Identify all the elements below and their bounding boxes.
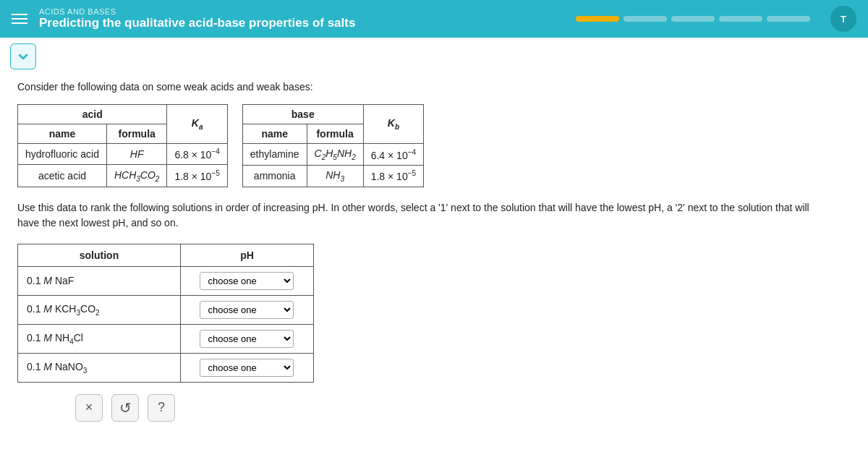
base-name-header: name [242,124,307,144]
title-area: ACIDS AND BASES Predicting the qualitati… [39,7,355,30]
close-icon: × [85,400,93,415]
data-tables: acid Ka name formula hydrofluoric acid H… [17,104,851,187]
reset-icon: ↺ [119,399,132,417]
help-button[interactable]: ? [148,394,175,422]
solution-label-2: 0.1 M KCH3CO2 [18,295,181,324]
ph-select-cell-4: choose one 1 2 3 4 [180,353,313,382]
close-button[interactable]: × [75,394,103,422]
action-bar: × ↺ ? [17,388,851,422]
solution-row-4: 0.1 M NaNO3 choose one 1 2 3 4 [18,353,314,382]
progress-seg-1 [576,16,619,22]
solution-label-3: 0.1 M NH4Cl [18,324,181,353]
subtitle: ACIDS AND BASES [39,7,355,16]
acid-formula-header: formula [106,124,166,144]
ph-select-4[interactable]: choose one 1 2 3 4 [200,359,294,377]
base-kb-2: 1.8 × 10−5 [363,165,423,187]
progress-seg-3 [671,16,715,22]
solution-label-1: 0.1 M NaF [18,266,181,295]
ph-select-2[interactable]: choose one 1 2 3 4 [200,301,294,319]
solution-row-2: 0.1 M KCH3CO2 choose one 1 2 3 4 [18,295,314,324]
base-row-1: ethylamine C2H5NH2 6.4 × 10−4 [242,144,423,166]
ph-select-cell-3: choose one 1 2 3 4 [180,324,313,353]
kb-header: Kb [363,105,423,144]
progress-seg-2 [624,16,667,22]
base-formula-2: NH3 [307,165,363,187]
progress-seg-4 [719,16,762,22]
acid-formula-2: HCH3CO2 [106,165,166,187]
ph-col-header: pH [180,244,313,266]
intro-text: Consider the following data on some weak… [17,81,851,93]
avatar[interactable]: T [830,6,856,32]
solution-label-4: 0.1 M NaNO3 [18,353,181,382]
base-name-1: ethylamine [242,144,307,166]
acid-name-1: hydrofluoric acid [18,144,107,165]
solution-row-1: 0.1 M NaF choose one 1 2 3 4 [18,266,314,295]
acid-name-2: acetic acid [18,165,107,187]
base-name-2: ammonia [242,165,307,187]
progress-area [576,16,810,22]
ph-select-cell-2: choose one 1 2 3 4 [180,295,313,324]
acid-ka-2: 1.8 × 10−5 [167,165,227,187]
progress-seg-5 [767,16,810,22]
acid-name-header: name [18,124,107,144]
ph-select-1[interactable]: choose one 1 2 3 4 [200,272,294,290]
base-section-header: base [242,105,363,124]
main-title: Predicting the qualitative acid-base pro… [39,16,355,30]
chevron-down-icon [17,50,30,63]
acid-section-header: acid [18,105,167,124]
ph-select-3[interactable]: choose one 1 2 3 4 [200,330,294,348]
base-formula-1: C2H5NH2 [307,144,363,166]
solution-row-3: 0.1 M NH4Cl choose one 1 2 3 4 [18,324,314,353]
main-content: Consider the following data on some weak… [0,75,868,433]
ka-header: Ka [167,105,227,144]
instructions-text: Use this data to rank the following solu… [17,200,813,231]
solution-col-header: solution [18,244,181,266]
reset-button[interactable]: ↺ [111,394,139,422]
top-bar: ACIDS AND BASES Predicting the qualitati… [0,0,868,38]
acid-ka-1: 6.8 × 10−4 [167,144,227,165]
base-kb-1: 6.4 × 10−4 [363,144,423,166]
base-formula-header: formula [307,124,363,144]
ph-select-cell-1: choose one 1 2 3 4 [180,266,313,295]
acid-row-2: acetic acid HCH3CO2 1.8 × 10−5 [18,165,228,187]
help-icon: ? [158,400,165,415]
acid-table: acid Ka name formula hydrofluoric acid H… [17,104,228,187]
solution-table: solution pH 0.1 M NaF choose one 1 2 3 4 [17,244,314,383]
acid-formula-1: HF [106,144,166,165]
acid-row-1: hydrofluoric acid HF 6.8 × 10−4 [18,144,228,165]
base-row-2: ammonia NH3 1.8 × 10−5 [242,165,423,187]
base-table: base Kb name formula ethylamine C2H5NH2 … [242,104,424,187]
hamburger-menu-icon[interactable] [12,14,27,24]
expand-button[interactable] [10,43,36,69]
